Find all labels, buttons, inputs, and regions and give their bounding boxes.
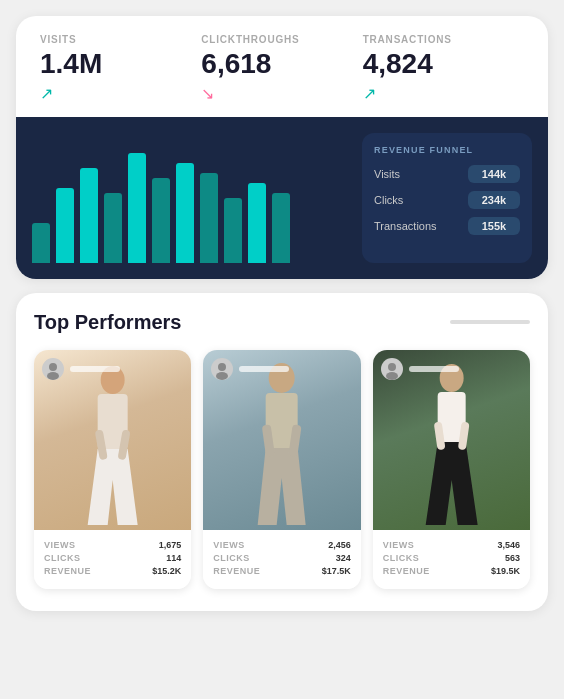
performer-card-0: VIEWS 1,675 CLICKS 114 REVENUE $15.2K [34, 350, 191, 589]
visits-trend-icon: ↗ [40, 84, 201, 103]
bar-1 [56, 188, 74, 263]
stat-val-1-2: $17.5K [322, 566, 351, 576]
clickthroughs-value: 6,618 [201, 49, 362, 80]
stat-val-0-2: $15.2K [152, 566, 181, 576]
stat-row-0-0: VIEWS 1,675 [44, 540, 181, 550]
stat-row-0-2: REVENUE $15.2K [44, 566, 181, 576]
funnel-title: REVENUE FUNNEL [374, 145, 520, 155]
stat-row-0-1: CLICKS 114 [44, 553, 181, 563]
performer-avatar-row-2 [381, 358, 459, 380]
performer-name-bar-1 [239, 366, 289, 372]
bar-10 [272, 193, 290, 263]
stat-key-2-1: CLICKS [383, 553, 420, 563]
stat-key-0-2: REVENUE [44, 566, 91, 576]
performer-stats-2: VIEWS 3,546 CLICKS 563 REVENUE $19.5K [373, 530, 530, 589]
svg-point-12 [218, 363, 226, 371]
performer-avatar-1 [211, 358, 233, 380]
performer-name-bar-0 [70, 366, 120, 372]
funnel-row-0: Visits 144k [374, 165, 520, 183]
stat-row-1-0: VIEWS 2,456 [213, 540, 350, 550]
stat-key-0-1: CLICKS [44, 553, 81, 563]
performer-stats-0: VIEWS 1,675 CLICKS 114 REVENUE $15.2K [34, 530, 191, 589]
chart-section: REVENUE FUNNEL Visits 144k Clicks 234k T… [16, 117, 548, 279]
stat-val-0-0: 1,675 [159, 540, 182, 550]
svg-marker-9 [258, 448, 306, 525]
clickthroughs-metric: CLICKTHROUGHS 6,618 ↘ [201, 34, 362, 103]
performer-avatar-row-0 [42, 358, 120, 380]
visits-label: VISITS [40, 34, 201, 45]
stat-row-1-2: REVENUE $17.5K [213, 566, 350, 576]
svg-point-13 [216, 372, 228, 380]
stat-val-1-1: 324 [336, 553, 351, 563]
stat-key-1-0: VIEWS [213, 540, 245, 550]
stat-key-1-1: CLICKS [213, 553, 250, 563]
stat-val-2-2: $19.5K [491, 566, 520, 576]
transactions-label: TRANSACTIONS [363, 34, 524, 45]
bar-3 [104, 193, 122, 263]
funnel-label-0: Visits [374, 168, 400, 180]
visits-value: 1.4M [40, 49, 201, 80]
top-performers-card: Top Performers VIEWS 1,675 CLICKS 114 RE… [16, 293, 548, 611]
stat-key-2-2: REVENUE [383, 566, 430, 576]
bar-7 [200, 173, 218, 263]
bottom-header: Top Performers [34, 311, 530, 334]
svg-point-5 [49, 363, 57, 371]
transactions-metric: TRANSACTIONS 4,824 ↗ [363, 34, 524, 103]
visits-metric: VISITS 1.4M ↗ [40, 34, 201, 103]
svg-point-20 [386, 372, 398, 380]
funnel-row-1: Clicks 234k [374, 191, 520, 209]
performer-avatar-row-1 [211, 358, 289, 380]
stat-val-2-0: 3,546 [497, 540, 520, 550]
transactions-value: 4,824 [363, 49, 524, 80]
bar-chart [32, 133, 350, 263]
stat-val-2-1: 563 [505, 553, 520, 563]
bar-6 [176, 163, 194, 263]
funnel-label-1: Clicks [374, 194, 403, 206]
bar-2 [80, 168, 98, 263]
funnel-panel: REVENUE FUNNEL Visits 144k Clicks 234k T… [362, 133, 532, 263]
performer-image-2 [373, 350, 530, 530]
transactions-trend-icon: ↗ [363, 84, 524, 103]
stat-val-0-1: 114 [166, 553, 181, 563]
stat-key-2-0: VIEWS [383, 540, 415, 550]
svg-marker-16 [425, 442, 477, 525]
performers-grid: VIEWS 1,675 CLICKS 114 REVENUE $15.2K VI… [34, 350, 530, 589]
analytics-card: VISITS 1.4M ↗ CLICKTHROUGHS 6,618 ↘ TRAN… [16, 16, 548, 279]
performer-image-1 [203, 350, 360, 530]
bar-4 [128, 153, 146, 263]
clickthroughs-label: CLICKTHROUGHS [201, 34, 362, 45]
funnel-value-1: 234k [468, 191, 520, 209]
funnel-value-0: 144k [468, 165, 520, 183]
stat-row-2-2: REVENUE $19.5K [383, 566, 520, 576]
performer-stats-1: VIEWS 2,456 CLICKS 324 REVENUE $17.5K [203, 530, 360, 589]
stat-key-1-2: REVENUE [213, 566, 260, 576]
performer-image-0 [34, 350, 191, 530]
performer-avatar-0 [42, 358, 64, 380]
svg-point-6 [47, 372, 59, 380]
clickthroughs-trend-icon: ↘ [201, 84, 362, 103]
top-performers-title: Top Performers [34, 311, 181, 334]
bar-0 [32, 223, 50, 263]
stat-row-2-1: CLICKS 563 [383, 553, 520, 563]
stat-key-0-0: VIEWS [44, 540, 76, 550]
svg-marker-2 [88, 449, 138, 525]
metrics-row: VISITS 1.4M ↗ CLICKTHROUGHS 6,618 ↘ TRAN… [16, 16, 548, 117]
stat-row-1-1: CLICKS 324 [213, 553, 350, 563]
funnel-rows: Visits 144k Clicks 234k Transactions 155… [374, 165, 520, 235]
performer-card-1: VIEWS 2,456 CLICKS 324 REVENUE $17.5K [203, 350, 360, 589]
performer-name-bar-2 [409, 366, 459, 372]
performer-card-2: VIEWS 3,546 CLICKS 563 REVENUE $19.5K [373, 350, 530, 589]
bar-8 [224, 198, 242, 263]
funnel-label-2: Transactions [374, 220, 437, 232]
performer-avatar-2 [381, 358, 403, 380]
stat-row-2-0: VIEWS 3,546 [383, 540, 520, 550]
funnel-row-2: Transactions 155k [374, 217, 520, 235]
svg-point-19 [388, 363, 396, 371]
funnel-value-2: 155k [468, 217, 520, 235]
scroll-indicator [450, 320, 530, 324]
bar-5 [152, 178, 170, 263]
stat-val-1-0: 2,456 [328, 540, 351, 550]
bar-9 [248, 183, 266, 263]
